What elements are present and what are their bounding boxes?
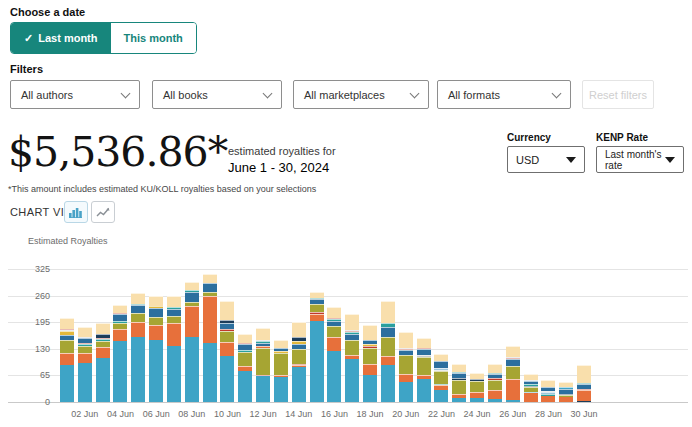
x-axis-tick-label: 06 Jun <box>143 409 170 419</box>
chart-bar-14-jun[interactable] <box>292 322 306 402</box>
bar-segment-orange <box>167 323 181 346</box>
y-axis-tick-label: 325 <box>8 264 50 274</box>
chart-bar-11-jun[interactable] <box>238 334 252 402</box>
bar-segment-cream <box>292 322 306 337</box>
bar-segment-olive <box>345 340 359 355</box>
bar-segment-olive <box>238 352 252 367</box>
bar-segment-orange <box>577 390 591 401</box>
choose-date-label: Choose a date <box>10 6 85 18</box>
bar-segment-cream <box>131 293 145 304</box>
bar-segment-blue <box>327 351 341 402</box>
caret-down-icon <box>665 157 675 163</box>
bar-segment-cream <box>506 346 520 357</box>
bar-segment-olive <box>417 357 431 376</box>
bar-segment-dkblue <box>381 327 395 338</box>
bar-segment-orange <box>506 379 520 401</box>
last-month-button[interactable]: ✓ Last month <box>11 23 111 53</box>
bar-segment-blue <box>470 398 484 402</box>
formats-filter-dropdown[interactable]: All formats <box>437 80 571 109</box>
currency-value: USD <box>516 154 539 166</box>
chart-bar-02-jun[interactable] <box>78 327 92 402</box>
line-chart-view-button[interactable] <box>91 201 115 223</box>
chart-bar-30-jun[interactable] <box>577 365 591 402</box>
bar-segment-blue <box>238 371 252 403</box>
bar-segment-orange <box>399 374 413 382</box>
chart-bar-29-jun[interactable] <box>559 382 573 402</box>
x-axis-tick-label: 08 Jun <box>178 409 205 419</box>
books-filter-dropdown[interactable]: All books <box>152 80 282 109</box>
chart-bar-22-jun[interactable] <box>434 354 448 402</box>
currency-select[interactable]: USD <box>507 146 585 173</box>
bar-segment-orange <box>60 353 74 365</box>
bar-segment-blue <box>256 376 270 402</box>
royalties-period: June 1 - 30, 2024 <box>228 160 336 175</box>
bar-segment-blue <box>274 377 288 402</box>
bar-segment-olive <box>310 304 324 313</box>
this-month-button[interactable]: This month <box>111 23 196 53</box>
bar-segment-orange <box>327 337 341 352</box>
chart-bar-16-jun[interactable] <box>327 307 341 402</box>
bar-segment-blue <box>399 382 413 402</box>
bar-segment-olive <box>327 326 341 337</box>
bar-segment-orange <box>78 353 92 364</box>
chart-bar-24-jun[interactable] <box>470 373 484 402</box>
chart-bar-15-jun[interactable] <box>310 292 324 402</box>
chevron-down-icon <box>410 88 420 98</box>
chart-bar-17-jun[interactable] <box>345 314 359 402</box>
bar-segment-olive <box>506 366 520 379</box>
chart-bar-13-jun[interactable] <box>274 340 288 402</box>
bar-segment-blue <box>310 321 324 402</box>
chart-bar-19-jun[interactable] <box>381 301 395 402</box>
chart-bar-06-jun[interactable] <box>149 296 163 402</box>
bar-segment-blue <box>185 337 199 402</box>
bar-segment-olive <box>470 381 484 392</box>
bar-segment-olive <box>434 371 448 383</box>
chart-bar-10-jun[interactable] <box>220 301 234 402</box>
kenp-rate-select[interactable]: Last month's rate <box>596 146 684 173</box>
chart-bar-28-jun[interactable] <box>541 380 555 402</box>
bar-segment-blue <box>363 375 377 402</box>
chart-bar-25-jun[interactable] <box>488 364 502 402</box>
bar-segment-blue <box>452 398 466 403</box>
line-chart-icon <box>96 207 110 218</box>
bar-segment-olive <box>60 340 74 353</box>
bar-segment-cream <box>78 327 92 336</box>
bar-segment-blue <box>381 365 395 402</box>
currency-label: Currency <box>507 132 551 143</box>
chart-bar-26-jun[interactable] <box>506 346 520 402</box>
authors-filter-dropdown[interactable]: All authors <box>10 80 140 109</box>
check-icon: ✓ <box>24 32 33 45</box>
gridline <box>8 402 688 403</box>
formats-filter-value: All formats <box>448 89 500 101</box>
x-axis-tick-label: 20 Jun <box>392 409 419 419</box>
bar-segment-dkblue <box>434 361 448 368</box>
chart-bar-05-jun[interactable] <box>131 293 145 402</box>
bar-segment-cream <box>488 364 502 372</box>
bar-segment-dkblue <box>506 359 520 366</box>
bar-segment-olive <box>381 337 395 356</box>
marketplaces-filter-value: All marketplaces <box>304 89 385 101</box>
bar-chart-view-button[interactable] <box>64 201 88 223</box>
x-axis-tick-label: 18 Jun <box>357 409 384 419</box>
chart-bar-23-jun[interactable] <box>452 364 466 402</box>
chart-bar-20-jun[interactable] <box>399 332 413 402</box>
chart-bar-18-jun[interactable] <box>363 325 377 402</box>
chart-bar-12-jun[interactable] <box>256 328 270 402</box>
chart-bar-07-jun[interactable] <box>167 296 181 402</box>
chart-bar-08-jun[interactable] <box>185 282 199 402</box>
chevron-down-icon <box>121 88 131 98</box>
kenp-rate-value: Last month's rate <box>605 149 662 171</box>
chart-bar-03-jun[interactable] <box>96 323 110 402</box>
kdp-royalties-dashboard: { "date_picker": { "label": "Choose a da… <box>0 0 692 427</box>
chart-bar-27-jun[interactable] <box>524 374 538 402</box>
chart-bar-04-jun[interactable] <box>113 305 127 402</box>
marketplaces-filter-dropdown[interactable]: All marketplaces <box>293 80 429 109</box>
x-axis-tick-label: 10 Jun <box>214 409 241 419</box>
chart-bar-21-jun[interactable] <box>417 338 431 402</box>
reset-filters-button[interactable]: Reset filters <box>582 80 654 109</box>
chart-bar-09-jun[interactable] <box>203 274 217 402</box>
chart-bar-01-jun[interactable] <box>60 318 74 402</box>
authors-filter-value: All authors <box>21 89 73 101</box>
bar-segment-blue <box>131 337 145 402</box>
bar-segment-cream <box>149 296 163 307</box>
